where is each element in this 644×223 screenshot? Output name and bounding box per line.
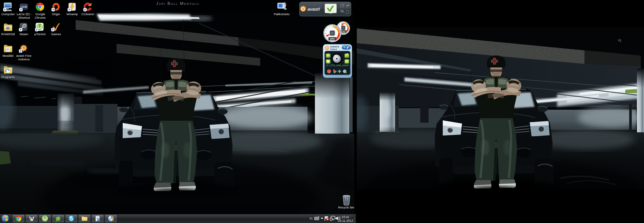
svg-text:20.11.2012: 20.11.2012 [338,219,353,223]
svg-text:(F:) GTA_SAN_ANDR: (F:) GTA_SAN_ANDR [326,64,349,67]
svg-text:44%: 44% [341,31,346,34]
svg-text:FI: FI [310,217,312,221]
svg-text:avast!: avast! [308,7,320,12]
svg-text:TOOLS: TOOLS [330,48,337,51]
svg-text:18%: 18% [330,37,335,40]
svg-text:DAEMON: DAEMON [330,46,339,48]
svg-text:22:41: 22:41 [342,216,349,219]
svg-text:?: ? [343,46,345,49]
